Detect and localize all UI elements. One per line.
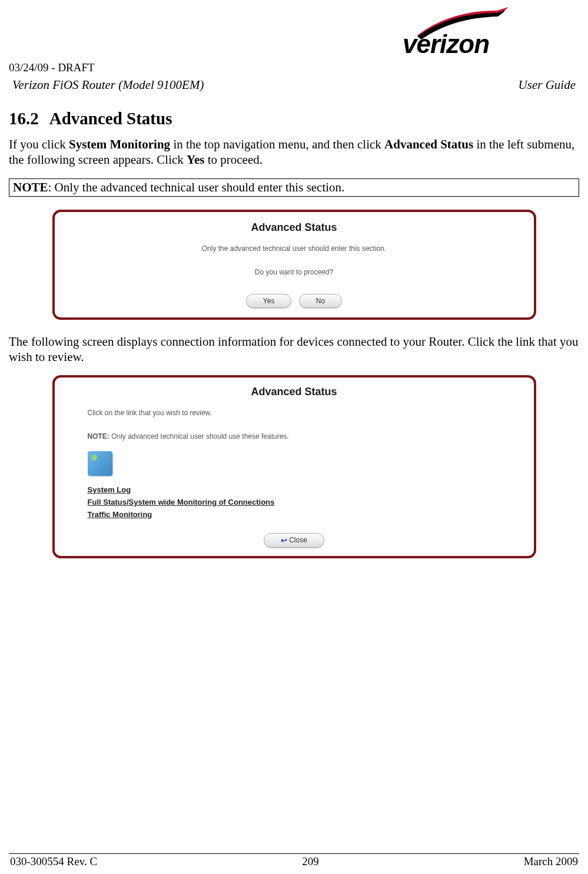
advanced-status-confirm-panel: Advanced Status Only the advanced techni… (52, 210, 536, 320)
page-footer: 030-300554 Rev. C 209 March 2009 (9, 854, 579, 868)
panel2-note: NOTE: Only advanced technical user shoul… (88, 432, 528, 441)
refresh-arrow-icon: ↩ (281, 536, 287, 545)
no-button[interactable]: No (299, 294, 342, 308)
footer-right: March 2009 (524, 855, 578, 868)
panel1-proceed: Do you want to proceed? (61, 268, 528, 276)
doc-type: User Guide (519, 78, 576, 92)
logo-text: verizon (403, 29, 489, 59)
section-title: Advanced Status (49, 109, 172, 128)
panel1-warning: Only the advanced technical user should … (61, 244, 528, 253)
traffic-monitoring-link[interactable]: Traffic Monitoring (88, 510, 528, 519)
draft-line: 03/24/09 - DRAFT (9, 61, 579, 74)
section-number: 16.2 (9, 109, 39, 128)
advanced-status-links-panel: Advanced Status Click on the link that y… (52, 375, 536, 558)
system-log-link[interactable]: System Log (88, 485, 528, 494)
intro-paragraph: If you click System Monitoring in the to… (9, 137, 579, 168)
panel2-title: Advanced Status (61, 386, 528, 398)
note-box: NOTE: Only the advanced technical user s… (9, 178, 579, 197)
verizon-logo: verizon (403, 6, 532, 59)
doc-title: Verizon FiOS Router (Model 9100EM) (12, 78, 204, 92)
section-heading: 16.2Advanced Status (9, 109, 579, 128)
footer-page: 209 (302, 855, 319, 868)
close-button[interactable]: ↩Close (264, 533, 324, 548)
footer-left: 030-300554 Rev. C (10, 855, 97, 868)
note-text: : Only the advanced technical user shoul… (48, 180, 345, 194)
mid-paragraph: The following screen displays connection… (9, 334, 579, 365)
monitor-icon (88, 451, 112, 476)
yes-button[interactable]: Yes (246, 294, 292, 308)
panel2-instruction: Click on the link that you wish to revie… (88, 409, 528, 417)
panel1-title: Advanced Status (61, 221, 528, 234)
full-status-link[interactable]: Full Status/System wide Monitoring of Co… (88, 498, 528, 506)
note-label: NOTE (13, 180, 48, 194)
